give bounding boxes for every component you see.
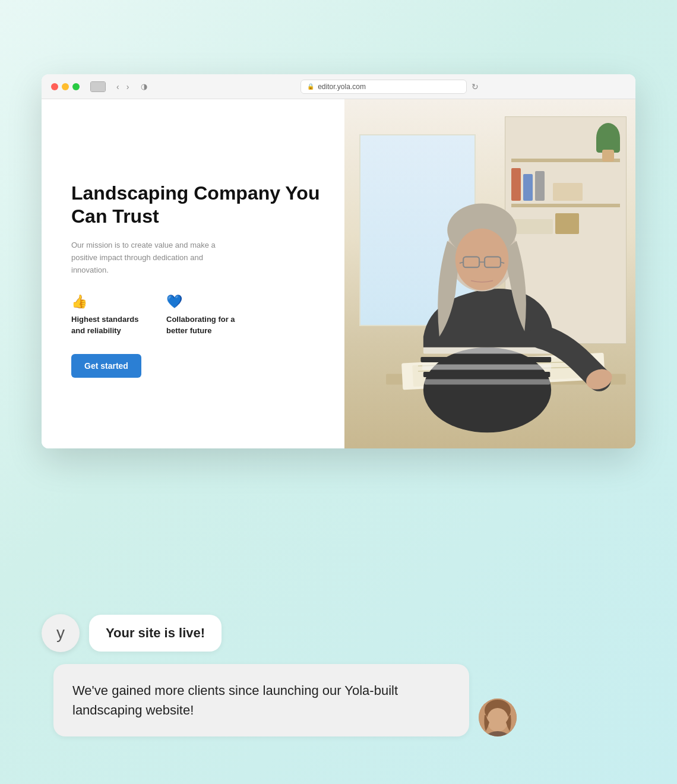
svg-rect-6 (423, 347, 551, 354)
sidebar-toggle[interactable] (90, 81, 106, 92)
hero-left-panel: Landscaping Company You Can Trust Our mi… (42, 99, 344, 448)
thumbs-up-icon: 👍 (71, 294, 148, 309)
address-bar[interactable]: 🔒 editor.yola.com (300, 80, 467, 94)
person-svg (344, 134, 635, 448)
minimize-button[interactable] (62, 83, 69, 90)
svg-rect-10 (425, 379, 551, 384)
chat-section: y Your site is live! We've gained more c… (42, 614, 635, 736)
hero-image-panel (344, 99, 635, 448)
traffic-lights (51, 83, 80, 90)
privacy-icon: ◑ (141, 82, 147, 91)
svg-rect-9 (423, 372, 550, 377)
svg-rect-7 (420, 357, 551, 362)
hero-subtitle: Our mission is to create value and make … (71, 239, 238, 276)
heart-icon: 💙 (166, 294, 243, 309)
browser-toolbar: ‹ › ◑ 🔒 editor.yola.com ↻ (42, 74, 635, 99)
feature-item-2: 💙 Collaborating for a better future (166, 294, 243, 336)
address-bar-area: 🔒 editor.yola.com ↻ (153, 80, 626, 94)
svg-rect-8 (422, 364, 551, 369)
lock-icon: 🔒 (307, 83, 314, 90)
browser-window: ‹ › ◑ 🔒 editor.yola.com ↻ Landscaping Co… (42, 74, 635, 448)
chat-message-1: y Your site is live! (42, 614, 635, 652)
forward-button[interactable]: › (124, 81, 132, 93)
chat-bubble-system: Your site is live! (89, 615, 222, 652)
yola-avatar-letter: y (56, 624, 65, 643)
user-avatar-svg (479, 698, 517, 736)
back-button[interactable]: ‹ (114, 81, 122, 93)
close-button[interactable] (51, 83, 58, 90)
svg-point-22 (487, 708, 508, 732)
reload-button[interactable]: ↻ (472, 82, 479, 91)
feature-label-1: Highest standards and reliability (71, 314, 148, 336)
user-avatar (479, 698, 517, 736)
yola-avatar: y (42, 614, 80, 652)
maximize-button[interactable] (72, 83, 80, 90)
chat-message-text-2: We've gained more clients since launchin… (72, 683, 398, 717)
features-row: 👍 Highest standards and reliability 💙 Co… (71, 294, 321, 336)
chat-message-text-1: Your site is live! (106, 625, 205, 640)
url-text: editor.yola.com (318, 83, 366, 91)
browser-content: Landscaping Company You Can Trust Our mi… (42, 99, 635, 448)
get-started-button[interactable]: Get started (71, 354, 141, 378)
feature-item-1: 👍 Highest standards and reliability (71, 294, 148, 336)
feature-label-2: Collaborating for a better future (166, 314, 243, 336)
hero-title: Landscaping Company You Can Trust (71, 182, 321, 227)
browser-nav: ‹ › (114, 81, 131, 93)
chat-bubble-user: We've gained more clients since launchin… (53, 664, 469, 736)
chat-message-2: We've gained more clients since launchin… (42, 664, 635, 736)
